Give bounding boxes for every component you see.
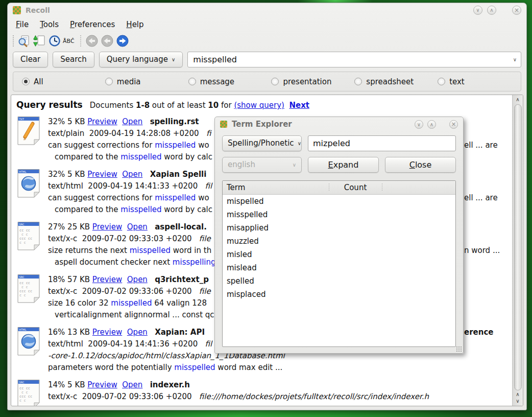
term-row[interactable]: misapplied bbox=[223, 221, 455, 235]
menu-preferences[interactable]: Preferences bbox=[65, 18, 120, 31]
column-header-term[interactable]: Term bbox=[223, 183, 329, 192]
term-cell[interactable]: misled bbox=[223, 248, 329, 261]
term-row[interactable]: mislead bbox=[223, 261, 455, 274]
radio-label: spreadsheet bbox=[366, 77, 414, 86]
next-page-icon[interactable] bbox=[115, 33, 130, 49]
expansion-mode-dropdown[interactable]: Spelling/Phonetic ∨ bbox=[222, 135, 302, 151]
chevron-down-icon[interactable]: ∨ bbox=[513, 57, 517, 62]
term-input[interactable]: mizpeled bbox=[308, 135, 456, 151]
filter-radio-spreadsheet[interactable]: spreadsheet bbox=[354, 77, 438, 86]
svg-text:cc cc: cc cc bbox=[19, 281, 30, 285]
term-cell[interactable]: mislead bbox=[223, 261, 329, 274]
filter-radio-presentation[interactable]: presentation bbox=[271, 77, 354, 86]
document-history-icon[interactable] bbox=[47, 33, 62, 49]
filter-radio-media[interactable]: media bbox=[105, 77, 188, 86]
term-row[interactable]: mispelled bbox=[223, 195, 455, 208]
term-row[interactable]: spelled bbox=[223, 274, 455, 288]
column-divider[interactable] bbox=[329, 183, 329, 192]
search-input-value: misspelled bbox=[193, 55, 237, 64]
result-link[interactable]: Preview bbox=[87, 170, 117, 179]
result-link[interactable]: Open bbox=[122, 380, 142, 389]
dialog-minimize-button[interactable]: ∨ bbox=[415, 120, 423, 129]
term-table-body: mispelledmisspelledmisappliedmuzzledmisl… bbox=[223, 195, 455, 346]
result-link[interactable]: Preview bbox=[87, 117, 117, 126]
scroll-up-icon[interactable]: ∧ bbox=[516, 96, 519, 103]
column-divider[interactable] bbox=[382, 183, 382, 192]
term-cell[interactable]: misapplied bbox=[223, 221, 329, 235]
radio-icon[interactable] bbox=[354, 78, 362, 85]
dialog-close-action-button[interactable]: Close bbox=[385, 157, 456, 173]
radio-icon[interactable] bbox=[271, 78, 279, 85]
expand-button[interactable]: Expand bbox=[308, 157, 379, 173]
chevron-down-icon: ∨ bbox=[298, 136, 301, 151]
advanced-search-icon[interactable] bbox=[16, 33, 32, 49]
src-file-icon: SRCcc ccc cccc ccc c bbox=[16, 379, 41, 406]
search-input[interactable]: misspelled ∨ bbox=[187, 52, 521, 67]
term-row[interactable]: misplaced bbox=[223, 288, 455, 301]
dialog-close-button[interactable]: × bbox=[449, 120, 458, 129]
term-table-header[interactable]: Term Count bbox=[223, 181, 455, 195]
query-language-dropdown[interactable]: Query language ∨ bbox=[99, 52, 183, 67]
result-link[interactable]: Open bbox=[122, 170, 142, 179]
term-explorer-spell-icon[interactable]: ÅBĈ bbox=[62, 33, 78, 49]
results-header: Query results Documents 1-8 out of at le… bbox=[16, 100, 512, 110]
result-link[interactable]: Preview bbox=[92, 275, 122, 284]
result-link[interactable]: Open bbox=[127, 222, 148, 231]
html-file-icon: HTML bbox=[16, 327, 41, 374]
count-cell bbox=[329, 221, 382, 235]
svg-text:SRC: SRC bbox=[19, 381, 25, 384]
term-cell[interactable]: misplaced bbox=[223, 288, 329, 301]
term-cell[interactable]: mispelled bbox=[223, 195, 329, 208]
svg-text:ccc cc: ccc cc bbox=[19, 289, 32, 293]
column-header-count[interactable]: Count bbox=[329, 183, 382, 192]
radio-icon[interactable] bbox=[105, 78, 113, 85]
radio-icon[interactable] bbox=[188, 78, 196, 85]
term-explorer-dialog: Term Explorer ∨ ∧ × Spelling/Phonetic ∨ … bbox=[214, 117, 464, 354]
svg-text:TXT: TXT bbox=[19, 118, 25, 121]
minimize-button[interactable]: ∨ bbox=[473, 6, 482, 15]
term-row[interactable]: misled bbox=[223, 248, 455, 261]
next-page-link[interactable]: Next bbox=[289, 101, 309, 110]
result-link[interactable]: Open bbox=[122, 117, 142, 126]
radio-icon[interactable] bbox=[438, 78, 445, 85]
filter-radio-text[interactable]: text bbox=[438, 77, 521, 86]
term-row[interactable]: muzzled bbox=[223, 235, 455, 248]
term-cell[interactable]: misspelled bbox=[223, 208, 329, 221]
toolbar-handle[interactable] bbox=[12, 35, 15, 47]
result-link[interactable]: Preview bbox=[92, 222, 122, 231]
search-row: Clear Search Query language ∨ misspelled… bbox=[8, 50, 526, 72]
clear-button[interactable]: Clear bbox=[13, 52, 48, 67]
filter-radio-all[interactable]: All bbox=[22, 77, 105, 86]
radio-label: All bbox=[34, 77, 43, 86]
vertical-scrollbar[interactable]: ∧ ∧ ∨ bbox=[512, 95, 523, 406]
dialog-title-bar[interactable]: Term Explorer ∨ ∧ × bbox=[215, 117, 463, 131]
resize-grip[interactable] bbox=[456, 346, 462, 352]
scroll-down-icon[interactable]: ∨ bbox=[516, 398, 519, 405]
dialog-maximize-button[interactable]: ∧ bbox=[427, 120, 436, 129]
menu-help[interactable]: Help bbox=[121, 18, 149, 31]
maximize-button[interactable]: ∧ bbox=[487, 6, 496, 15]
term-cell[interactable]: muzzled bbox=[223, 235, 329, 248]
scrollbar-thumb[interactable] bbox=[514, 104, 522, 390]
language-dropdown: english ∨ bbox=[222, 157, 302, 173]
result-link[interactable]: Open bbox=[127, 328, 148, 337]
show-query-link[interactable]: (show query) bbox=[234, 101, 284, 110]
filter-radio-message[interactable]: message bbox=[188, 77, 272, 86]
result-link[interactable]: Preview bbox=[87, 380, 117, 389]
search-button[interactable]: Search bbox=[53, 52, 94, 67]
title-bar[interactable]: Recoll ∨ ∧ × bbox=[8, 3, 526, 17]
sort-parameters-icon[interactable] bbox=[32, 33, 47, 49]
src-file-icon: SRCcc ccc cccc ccc c bbox=[16, 221, 41, 268]
term-row[interactable]: misspelled bbox=[223, 208, 455, 221]
svg-text:c c: c c bbox=[19, 399, 26, 403]
menu-file[interactable]: File bbox=[11, 18, 34, 31]
radio-icon[interactable] bbox=[22, 78, 30, 85]
term-cell[interactable]: spelled bbox=[223, 274, 329, 288]
result-link[interactable]: Preview bbox=[92, 328, 122, 337]
close-button[interactable]: × bbox=[512, 6, 521, 15]
menu-tools[interactable]: Tools bbox=[35, 18, 64, 31]
menu-bar: File Tools Preferences Help bbox=[8, 17, 526, 32]
result-link[interactable]: Open bbox=[127, 275, 148, 284]
scroll-up-icon[interactable]: ∧ bbox=[516, 391, 519, 398]
result-line: text/x-c 2009-07-02 09:33:06 +0200 file:… bbox=[48, 391, 512, 403]
